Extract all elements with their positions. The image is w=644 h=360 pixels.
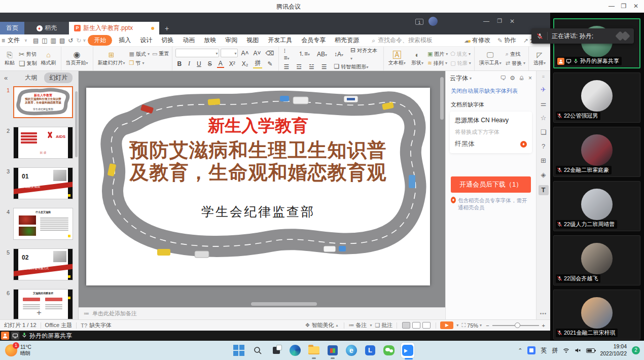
tray-expand-chevron[interactable]: ⌃ <box>518 347 522 354</box>
download-after-member-button[interactable]: 开通会员后下载（1） <box>451 176 531 193</box>
justify-icon[interactable]: ☰ <box>320 63 329 70</box>
menu-view[interactable]: 视图 <box>242 36 263 45</box>
task-view-button[interactable] <box>270 344 283 357</box>
align-center-icon[interactable]: ☲ <box>295 63 303 70</box>
effects-star-icon[interactable]: ☆ <box>541 114 547 122</box>
superscript-button[interactable]: X² <box>228 60 237 67</box>
spark-icon[interactable]: ◈ <box>541 171 546 178</box>
underline-button[interactable]: U <box>195 60 203 67</box>
notification-bell-icon[interactable]: 🕭 <box>519 75 525 82</box>
slide-title-text[interactable]: 新生入学教育 <box>86 115 430 137</box>
menu-insert[interactable]: 插入 <box>114 36 135 45</box>
weather-widget[interactable]: 1 11°C晴朗 <box>0 344 101 357</box>
subscript-button[interactable]: X₂ <box>240 60 250 67</box>
reset-button[interactable]: ▭重置 <box>152 50 169 57</box>
shape-button[interactable]: ◐形状▾ <box>410 51 425 66</box>
slide-thumbnail-5[interactable]: 02 艾滋病的主要传播方式 <box>13 248 73 280</box>
slide-department-text[interactable]: 学生会纪律监查部 <box>86 203 430 220</box>
zoom-slider[interactable] <box>492 325 539 326</box>
italic-button[interactable]: I <box>187 60 192 67</box>
menu-review[interactable]: 审阅 <box>221 36 242 45</box>
reading-view-button[interactable] <box>422 322 431 329</box>
save-icon[interactable]: ◫ <box>40 37 49 44</box>
canvas-vertical-scrollbar[interactable] <box>440 77 444 120</box>
layout-button[interactable]: ▦版式▾ <box>129 51 150 58</box>
more-tools-icon[interactable]: ••• <box>540 311 547 316</box>
file-explorer-button[interactable] <box>307 344 320 357</box>
phonetic-button[interactable]: 拼 <box>253 59 262 68</box>
slide-thumbnail-2[interactable]: AIDS 目 录 <box>13 127 73 159</box>
duplicate-layers-icon[interactable]: ❏ <box>541 128 547 136</box>
insert-image-icon[interactable]: ⊞ <box>541 157 546 164</box>
arrange-button[interactable]: ≋排列▾ <box>427 60 448 67</box>
menu-start[interactable]: 开始 <box>88 35 112 46</box>
modified-status[interactable]: ☁有修改 <box>464 36 490 45</box>
collapse-panel-icon[interactable]: « <box>0 74 12 82</box>
missing-font-card[interactable]: 思源黑体 CN Heavy 将替换成下方字体 纤黑体♦ <box>450 112 532 153</box>
tab-document[interactable]: P新生入学教育.pptx <box>69 22 159 34</box>
fit-window-icon[interactable]: ⛶ <box>461 322 466 329</box>
wps-close-icon[interactable]: ✕ <box>510 18 515 25</box>
slide-thumbnail-4[interactable]: 什么是艾滋病 <box>13 208 73 240</box>
slide-thumbnail-3[interactable]: 01 什么是艾滋病 <box>13 167 73 199</box>
strike-button[interactable]: S <box>206 60 213 67</box>
notes-bar[interactable]: ≔ 单击此处添加备注 <box>79 307 445 319</box>
close-panel-icon[interactable]: × <box>528 75 532 82</box>
menu-member[interactable]: 会员专享 <box>297 36 330 45</box>
number-list-button[interactable]: ⒈≡▾ <box>297 50 311 58</box>
align-left-icon[interactable]: ☰ <box>282 63 291 70</box>
panel-scrollbar[interactable] <box>75 91 78 157</box>
textbox-button[interactable]: 🄰文本框▾ <box>387 51 407 66</box>
integrate-window-icon[interactable]: 1 <box>415 19 423 25</box>
new-tab-button[interactable]: + <box>159 22 174 34</box>
hamburger-icon[interactable]: ≡ <box>0 37 7 44</box>
format-painter-button[interactable]: ⌂格式刷 <box>40 51 58 66</box>
slideshow-play-button[interactable]: ▶ <box>440 321 453 329</box>
edge-button[interactable] <box>289 344 302 357</box>
theme-name[interactable]: Office 主题 <box>45 321 73 329</box>
quick-tools-rocket-icon[interactable]: ✈ <box>541 86 546 93</box>
select-button[interactable]: ◸选择▾ <box>532 51 547 66</box>
comment-toggle[interactable]: 批注 <box>381 321 392 329</box>
undo-icon[interactable]: ↺ <box>66 37 75 44</box>
tab-home[interactable]: 首页 <box>0 22 24 34</box>
fill-button[interactable]: ⬠填充▾ <box>450 51 471 58</box>
wps-restore-icon[interactable]: ❐ <box>497 18 502 24</box>
section-button[interactable]: ❒节▾ <box>129 60 150 67</box>
canvas-horizontal-scrollbar[interactable] <box>251 302 317 306</box>
tab-slides[interactable]: 幻灯片 <box>44 73 73 83</box>
video-tile-6[interactable]: 2021金融二班宋梓琪 <box>553 290 640 340</box>
outline-button[interactable]: ▢轮廓▾ <box>450 60 471 67</box>
ime-icon[interactable] <box>527 346 535 354</box>
line-spacing-button[interactable]: ↕A▾ <box>333 51 345 58</box>
minimize-button[interactable]: — <box>606 2 617 10</box>
menu-file[interactable]: 文件 <box>7 36 24 45</box>
menu-slideshow[interactable]: 放映 <box>199 36 221 45</box>
wps-minimize-icon[interactable]: — <box>483 18 489 25</box>
volume-muted-icon[interactable] <box>575 347 581 353</box>
font-name-select[interactable]: ▾ <box>175 49 219 57</box>
zoom-knob[interactable] <box>515 322 520 328</box>
battery-icon[interactable] <box>586 348 595 353</box>
decrease-font-icon[interactable]: A˅ <box>252 50 262 57</box>
beautify-button[interactable]: 智能美化 <box>311 321 334 329</box>
command-search[interactable]: ⌕查找命令、搜索模板 <box>372 36 433 45</box>
menu-animation[interactable]: 动画 <box>178 36 199 45</box>
cut-button[interactable]: ✂剪切 <box>19 51 37 58</box>
menu-transition[interactable]: 切换 <box>157 36 178 45</box>
tab-docer[interactable]: ♦稻壳 <box>24 22 69 34</box>
slide-subtitle-line2[interactable]: 及教育，生命观和婚恋教育观 <box>86 160 430 186</box>
video-tile-2[interactable]: 22公管强冠男 <box>553 73 640 123</box>
slide-thumbnail-1[interactable]: 新生入学教育 预防艾滋病和生理卫生知识普 及教育，生命观和婚恋教育观 学生会纪律… <box>13 86 73 118</box>
font-size-select[interactable]: ▾ <box>221 49 238 57</box>
lenovo-app-button[interactable]: L <box>364 344 377 357</box>
add-slide-button[interactable]: + <box>0 306 78 319</box>
lang-english[interactable]: 英 <box>541 346 547 355</box>
search-button[interactable] <box>251 344 264 357</box>
find-button[interactable]: ⌕查找 <box>506 51 525 58</box>
to-smartart-button[interactable]: ❏ 转智能图形▾ <box>332 63 370 70</box>
drag-handle-icon[interactable]: ≡ <box>542 74 545 79</box>
redo-icon[interactable]: ↻ <box>75 37 83 44</box>
sorter-view-button[interactable] <box>412 322 420 329</box>
bullet-list-button[interactable]: ⁝≡▾ <box>282 47 292 61</box>
